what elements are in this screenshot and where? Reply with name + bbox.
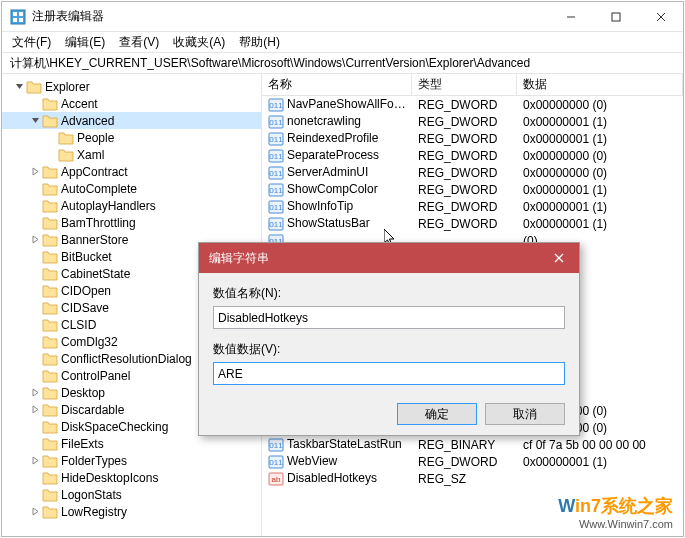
col-header-type[interactable]: 类型 — [412, 74, 517, 95]
chevron-right-icon[interactable] — [28, 454, 42, 468]
tree-item-label: Advanced — [61, 114, 114, 128]
value-type-cell: REG_DWORD — [412, 200, 517, 214]
address-bar[interactable]: 计算机\HKEY_CURRENT_USER\Software\Microsoft… — [2, 52, 683, 74]
value-name-cell: 011ServerAdminUI — [262, 165, 412, 180]
regedit-icon — [10, 9, 26, 25]
value-row[interactable]: 011nonetcrawlingREG_DWORD0x00000001 (1) — [262, 113, 683, 130]
chevron-right-icon[interactable] — [28, 505, 42, 519]
value-row[interactable]: 011ShowCompColorREG_DWORD0x00000001 (1) — [262, 181, 683, 198]
value-type-cell: REG_DWORD — [412, 98, 517, 112]
chevron-right-icon[interactable] — [28, 403, 42, 417]
tree-item[interactable]: FolderTypes — [2, 452, 261, 469]
expander-none — [28, 182, 42, 196]
value-type-cell: REG_DWORD — [412, 166, 517, 180]
cancel-button[interactable]: 取消 — [485, 403, 565, 425]
tree-item-label: CabinetState — [61, 267, 130, 281]
expander-none — [28, 369, 42, 383]
tree-item[interactable]: LowRegistry — [2, 503, 261, 520]
value-row[interactable]: 011ShowStatusBarREG_DWORD0x00000001 (1) — [262, 215, 683, 232]
svg-text:011: 011 — [269, 118, 283, 127]
value-type-cell: REG_DWORD — [412, 132, 517, 146]
svg-text:011: 011 — [269, 203, 283, 212]
value-name-cell: 011SeparateProcess — [262, 148, 412, 163]
dialog-titlebar[interactable]: 编辑字符串 — [199, 243, 579, 273]
value-data-cell: 0x00000000 (0) — [517, 149, 683, 163]
tree-item-label: Xaml — [77, 148, 104, 162]
col-header-data[interactable]: 数据 — [517, 74, 683, 95]
value-row[interactable]: 011ServerAdminUIREG_DWORD0x00000000 (0) — [262, 164, 683, 181]
tree-item[interactable]: LogonStats — [2, 486, 261, 503]
svg-rect-6 — [612, 13, 620, 21]
tree-item[interactable]: Xaml — [2, 146, 261, 163]
value-data-cell: 0x00000000 (0) — [517, 166, 683, 180]
tree-item[interactable]: HideDesktopIcons — [2, 469, 261, 486]
tree-item[interactable]: Advanced — [2, 112, 261, 129]
ok-button[interactable]: 确定 — [397, 403, 477, 425]
chevron-down-icon[interactable] — [12, 80, 26, 94]
tree-item[interactable]: People — [2, 129, 261, 146]
tree-item[interactable]: FileExts — [2, 435, 261, 452]
value-type-cell: REG_DWORD — [412, 183, 517, 197]
tree-item-label: HideDesktopIcons — [61, 471, 158, 485]
menu-edit[interactable]: 编辑(E) — [59, 33, 111, 52]
svg-text:011: 011 — [269, 101, 283, 110]
value-type-cell: REG_DWORD — [412, 115, 517, 129]
tree-item[interactable]: BamThrottling — [2, 214, 261, 231]
svg-text:011: 011 — [269, 441, 283, 450]
menu-help[interactable]: 帮助(H) — [233, 33, 286, 52]
value-name-cell: 011NavPaneShowAllFolders — [262, 97, 412, 112]
tree-item-label: AutoplayHandlers — [61, 199, 156, 213]
value-row[interactable]: 011ShowInfoTipREG_DWORD0x00000001 (1) — [262, 198, 683, 215]
value-type-cell: REG_DWORD — [412, 455, 517, 469]
value-row[interactable]: abDisabledHotkeysREG_SZ — [262, 470, 683, 487]
value-type-cell: REG_DWORD — [412, 217, 517, 231]
value-data-cell: 0x00000001 (1) — [517, 200, 683, 214]
tree-item-label: Discardable — [61, 403, 124, 417]
address-text: 计算机\HKEY_CURRENT_USER\Software\Microsoft… — [10, 55, 530, 72]
tree-item[interactable]: AppContract — [2, 163, 261, 180]
tree-item-label: AutoComplete — [61, 182, 137, 196]
tree-item[interactable]: AutoComplete — [2, 180, 261, 197]
value-name-input[interactable] — [213, 306, 565, 329]
chevron-down-icon[interactable] — [28, 114, 42, 128]
list-header: 名称 类型 数据 — [262, 74, 683, 96]
value-row[interactable]: 011TaskbarStateLastRunREG_BINARYcf 0f 7a… — [262, 436, 683, 453]
value-row[interactable]: 011SeparateProcessREG_DWORD0x00000000 (0… — [262, 147, 683, 164]
value-row[interactable]: 011WebViewREG_DWORD0x00000001 (1) — [262, 453, 683, 470]
chevron-right-icon[interactable] — [28, 233, 42, 247]
expander-none — [28, 318, 42, 332]
close-button[interactable] — [638, 2, 683, 31]
value-data-cell: 0x00000000 (0) — [517, 98, 683, 112]
tree-item-label: Accent — [61, 97, 98, 111]
tree-item-label: LogonStats — [61, 488, 122, 502]
value-data-cell: 0x00000001 (1) — [517, 217, 683, 231]
expander-none — [28, 216, 42, 230]
chevron-right-icon[interactable] — [28, 165, 42, 179]
expander-none — [28, 471, 42, 485]
tree-item-label: ConflictResolutionDialog — [61, 352, 192, 366]
menu-favorites[interactable]: 收藏夹(A) — [167, 33, 231, 52]
expander-none — [28, 352, 42, 366]
tree-item-label: BitBucket — [61, 250, 112, 264]
expander-none — [28, 199, 42, 213]
tree-item[interactable]: AutoplayHandlers — [2, 197, 261, 214]
value-row[interactable]: 011NavPaneShowAllFoldersREG_DWORD0x00000… — [262, 96, 683, 113]
minimize-button[interactable] — [548, 2, 593, 31]
menu-view[interactable]: 查看(V) — [113, 33, 165, 52]
dialog-close-button[interactable] — [539, 243, 579, 273]
tree-item[interactable]: Accent — [2, 95, 261, 112]
svg-text:011: 011 — [269, 135, 283, 144]
tree-item-label: Desktop — [61, 386, 105, 400]
value-data-cell: cf 0f 7a 5b 00 00 00 00 — [517, 438, 683, 452]
svg-text:011: 011 — [269, 186, 283, 195]
col-header-name[interactable]: 名称 — [262, 74, 412, 95]
chevron-right-icon[interactable] — [28, 386, 42, 400]
menu-file[interactable]: 文件(F) — [6, 33, 57, 52]
tree-item-label: BannerStore — [61, 233, 128, 247]
value-row[interactable]: 011ReindexedProfileREG_DWORD0x00000001 (… — [262, 130, 683, 147]
value-name-label: 数值名称(N): — [213, 285, 565, 302]
tree-item[interactable]: Explorer — [2, 78, 261, 95]
maximize-button[interactable] — [593, 2, 638, 31]
dialog-title: 编辑字符串 — [209, 250, 539, 267]
value-data-input[interactable] — [213, 362, 565, 385]
